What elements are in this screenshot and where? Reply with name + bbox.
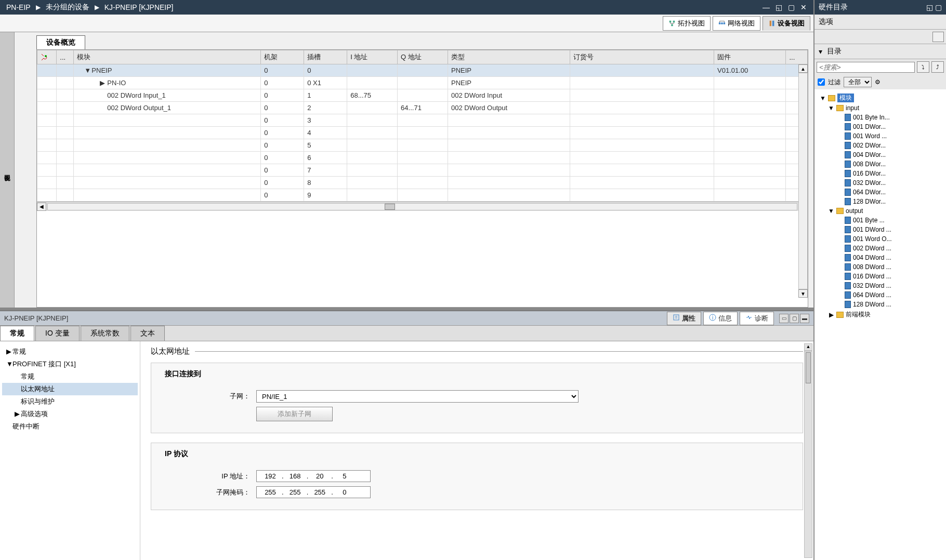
scroll-left-button[interactable]: ◀ (37, 203, 46, 211)
tree-general[interactable]: ▶常规 (2, 345, 138, 358)
catalog-module-item[interactable]: 001 Word O... (816, 234, 945, 244)
tree-hw-interrupt[interactable]: 硬件中断 (2, 420, 138, 433)
col-firmware[interactable]: 固件 (714, 50, 786, 64)
panel-tab-info[interactable]: i 信息 (703, 312, 738, 325)
col-flag[interactable] (37, 50, 57, 64)
mask-octet-2[interactable] (285, 488, 306, 496)
scroll-down-button[interactable]: ▼ (798, 289, 808, 298)
vertical-tab-device-view[interactable]: 设备视图 (0, 32, 15, 308)
table-row[interactable]: ▶PN-IO 00 X1 PNEIP (37, 77, 808, 89)
tree-profinet-general[interactable]: 常规 (2, 370, 138, 383)
mask-octet-4[interactable] (334, 488, 355, 496)
breadcrumb-0[interactable]: PN-EIP (6, 3, 31, 11)
col-more[interactable]: ... (786, 50, 808, 64)
add-subnet-button[interactable]: 添加新子网 (256, 407, 333, 421)
options-toggle-button[interactable] (932, 32, 944, 42)
ip-octet-2[interactable] (285, 472, 306, 480)
scroll-track[interactable] (798, 73, 808, 289)
mask-octet-3[interactable] (309, 488, 330, 496)
catalog-module-item[interactable]: 064 DWord ... (816, 290, 945, 300)
catalog-module-item[interactable]: 064 DWor... (816, 188, 945, 197)
ip-octet-3[interactable] (309, 472, 330, 480)
col-slot[interactable]: 插槽 (304, 50, 347, 64)
scroll-up-button[interactable]: ▲ (798, 64, 808, 73)
panel-tab-properties[interactable]: 属性 (667, 312, 701, 325)
subtab-iovars[interactable]: IO 变量 (35, 326, 80, 341)
breadcrumb-1[interactable]: 未分组的设备 (46, 3, 89, 12)
catalog-module-item[interactable]: 001 DWor... (816, 122, 945, 131)
catalog-module-item[interactable]: 001 Byte ... (816, 216, 945, 225)
ip-address-input[interactable]: . . . (256, 470, 371, 482)
tab-device-view[interactable]: 设备视图 (763, 16, 810, 31)
mask-octet-1[interactable] (260, 488, 281, 496)
catalog-module-item[interactable]: 032 DWor... (816, 178, 945, 188)
panel-collapse-button[interactable]: ▬ (800, 314, 809, 323)
content-vscrollbar[interactable]: ▲ (804, 343, 812, 558)
tree-node-input[interactable]: ▼input (816, 103, 945, 113)
scroll-track[interactable] (47, 203, 797, 210)
filter-checkbox[interactable] (818, 78, 825, 86)
catalog-module-item[interactable]: 016 DWord ... (816, 272, 945, 281)
catalog-module-item[interactable]: 001 Byte In... (816, 113, 945, 122)
tab-device-overview[interactable]: 设备概览 (36, 35, 85, 49)
panel-float-button[interactable]: ▢ (790, 314, 799, 323)
maximize-button[interactable]: ▢ (785, 2, 797, 12)
catalog-module-item[interactable]: 004 DWor... (816, 150, 945, 159)
tree-node-modules[interactable]: ▼模块 (816, 92, 945, 103)
catalog-pin-icon[interactable]: ◱ (926, 3, 933, 11)
tree-advanced[interactable]: ▶高级选项 (2, 408, 138, 420)
catalog-module-item[interactable]: 008 DWor... (816, 159, 945, 169)
table-row[interactable]: 04 (37, 127, 808, 139)
table-row[interactable]: 06 (37, 152, 808, 164)
catalog-header[interactable]: ▾目录 (814, 44, 946, 59)
table-row[interactable]: ▼PNEIP 00 PNEIPV01.01.00 (37, 64, 808, 77)
tree-identification[interactable]: 标识与维护 (2, 395, 138, 408)
close-button[interactable]: ✕ (798, 2, 809, 12)
minimize-button[interactable]: — (760, 2, 772, 12)
catalog-module-item[interactable]: 032 DWord ... (816, 281, 945, 290)
tree-profinet[interactable]: ▼PROFINET 接口 [X1] (2, 358, 138, 370)
tree-node-head-module[interactable]: ▶前端模块 (816, 309, 945, 320)
catalog-module-item[interactable]: 128 DWord ... (816, 300, 945, 309)
catalog-module-item[interactable]: 016 DWor... (816, 169, 945, 178)
catalog-module-item[interactable]: 001 DWord ... (816, 225, 945, 234)
search-up-button[interactable]: ⤴ (931, 61, 944, 73)
panel-min-button[interactable]: ▭ (779, 314, 789, 323)
catalog-module-item[interactable]: 008 DWord ... (816, 262, 945, 272)
col-iaddr[interactable]: I 地址 (347, 50, 398, 64)
catalog-module-item[interactable]: 002 DWord ... (816, 244, 945, 253)
table-vscrollbar[interactable]: ▲ ▼ (798, 64, 808, 298)
table-row[interactable]: 05 (37, 139, 808, 152)
options-header[interactable]: 选项 (814, 15, 946, 30)
table-hscrollbar[interactable]: ◀ ▶ (37, 202, 808, 211)
table-row[interactable]: 002 DWord Output_1 0264...71 002 DWord O… (37, 102, 808, 114)
filter-select[interactable]: 全部 (844, 77, 872, 87)
subnet-select[interactable]: PN/IE_1 (256, 390, 579, 403)
ip-octet-4[interactable] (334, 472, 355, 480)
search-down-button[interactable]: ⤵ (917, 61, 929, 73)
panel-tab-diagnostics[interactable]: 诊断 (740, 312, 774, 325)
catalog-module-item[interactable]: 004 DWord ... (816, 253, 945, 262)
col-rack[interactable]: 机架 (261, 50, 304, 64)
subtab-sysconst[interactable]: 系统常数 (81, 326, 129, 341)
table-row[interactable]: 03 (37, 114, 808, 127)
breadcrumb-2[interactable]: KJ-PNEIP [KJPNEIP] (104, 3, 174, 11)
catalog-module-item[interactable]: 001 Word ... (816, 131, 945, 141)
table-row[interactable]: 08 (37, 177, 808, 189)
catalog-module-item[interactable]: 002 DWor... (816, 141, 945, 150)
restore-button[interactable]: ◱ (773, 2, 784, 12)
subtab-text[interactable]: 文本 (130, 326, 165, 341)
catalog-module-item[interactable]: 128 DWor... (816, 197, 945, 206)
filter-config-button[interactable]: ⚙ (875, 78, 881, 86)
col-type[interactable]: 类型 (448, 50, 570, 64)
tab-network-view[interactable]: 网络视图 (713, 16, 760, 31)
table-row[interactable]: 09 (37, 189, 808, 202)
tab-topology-view[interactable]: 拓扑视图 (663, 16, 711, 31)
catalog-search-input[interactable] (817, 62, 915, 73)
tree-node-output[interactable]: ▼output (816, 206, 945, 216)
table-row[interactable]: 07 (37, 164, 808, 177)
subnet-mask-input[interactable]: . . . (256, 486, 371, 498)
col-qaddr[interactable]: Q 地址 (398, 50, 448, 64)
col-order[interactable]: 订货号 (570, 50, 714, 64)
catalog-float-icon[interactable]: ▢ (935, 3, 942, 11)
